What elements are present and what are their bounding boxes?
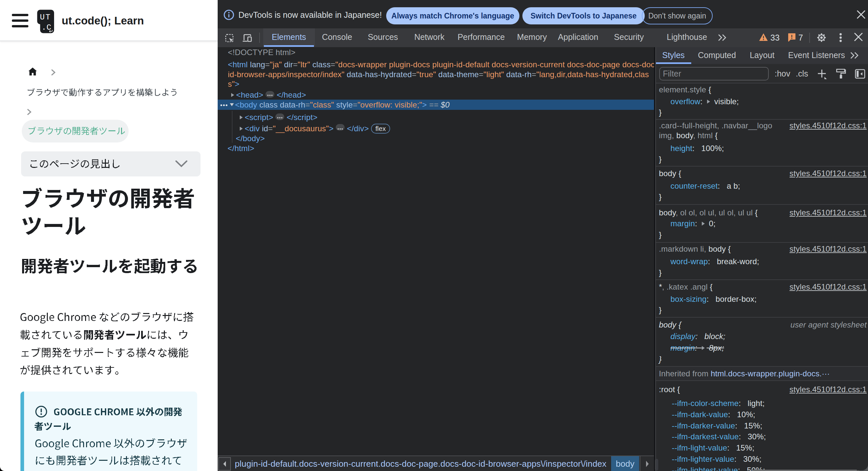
svg-text:C: C xyxy=(46,23,51,32)
svg-text:.: . xyxy=(41,23,46,32)
svg-text:U: U xyxy=(40,13,44,22)
svg-text:T: T xyxy=(45,13,50,22)
